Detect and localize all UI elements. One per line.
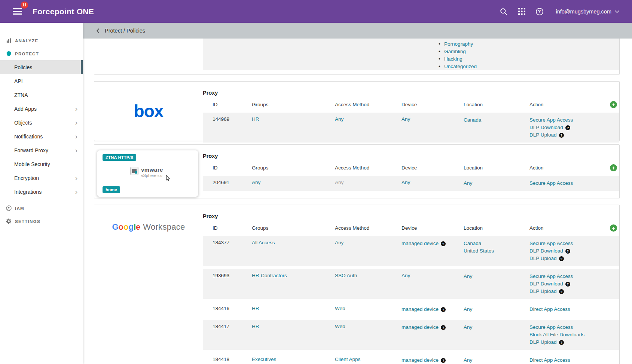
category-link[interactable]: Pornography xyxy=(444,41,473,47)
access-method-link[interactable]: Web xyxy=(335,324,345,329)
help-icon[interactable] xyxy=(559,340,564,345)
category-link[interactable]: Hacking xyxy=(444,56,462,62)
box-app-tile[interactable]: box xyxy=(94,82,203,141)
add-policy-button[interactable] xyxy=(610,164,617,171)
sidebar-section-protect[interactable]: PROTECT xyxy=(0,47,83,60)
action-link[interactable]: Secure App Access xyxy=(529,273,573,280)
action-link[interactable]: DLP Download xyxy=(529,124,563,131)
help-icon[interactable] xyxy=(441,307,446,312)
sidebar-item-ztna[interactable]: ZTNA xyxy=(0,88,83,102)
groups-link[interactable]: HR xyxy=(252,116,259,122)
account-menu-button[interactable]: info@mugsbymeg.com xyxy=(554,8,622,15)
help-icon[interactable] xyxy=(559,133,564,138)
proxy-section-title: Proxy xyxy=(203,90,619,96)
column-header-id: ID xyxy=(213,165,252,171)
location-link[interactable]: United States xyxy=(464,247,494,255)
device-link[interactable]: managed device xyxy=(402,306,439,313)
breadcrumb-bar: Protect / Policies xyxy=(83,23,632,39)
column-header-access-method: Access Method xyxy=(335,102,402,107)
help-icon[interactable] xyxy=(565,249,570,254)
sidebar-item-add-apps[interactable]: Add Apps xyxy=(0,102,83,116)
location-link[interactable]: Any xyxy=(464,306,472,313)
help-icon[interactable] xyxy=(559,256,564,261)
action-link[interactable]: DLP Upload xyxy=(529,339,557,346)
category-link[interactable]: Gambling xyxy=(444,49,466,54)
sidebar-item-policies[interactable]: Policies xyxy=(0,60,83,74)
groups-link[interactable]: Executives xyxy=(252,357,276,362)
vmware-app-tile[interactable]: ZTNA HTTP/S vmware vSphere 6.0 home xyxy=(97,150,198,197)
action-link[interactable]: Secure App Access xyxy=(529,116,573,124)
action-link[interactable]: Direct App Access xyxy=(529,357,570,364)
groups-link[interactable]: All Access xyxy=(252,240,275,245)
action-link[interactable]: DLP Download xyxy=(529,280,563,288)
location-link[interactable]: Any xyxy=(464,357,472,364)
add-policy-button[interactable] xyxy=(610,101,617,108)
category-link[interactable]: Uncategorized xyxy=(444,64,477,69)
action-link[interactable]: DLP Upload xyxy=(529,131,557,139)
policy-id: 184416 xyxy=(213,306,252,311)
add-policy-button[interactable] xyxy=(610,224,617,232)
access-method-link[interactable]: SSO Auth xyxy=(335,273,357,278)
device-link[interactable]: managed device xyxy=(402,240,439,247)
device-link[interactable]: managed device xyxy=(402,324,439,331)
location-link[interactable]: Any xyxy=(464,324,472,331)
sidebar-item-label: API xyxy=(14,78,23,84)
groups-link[interactable]: HR-Contractors xyxy=(252,273,287,278)
help-icon[interactable] xyxy=(565,125,570,130)
action-link[interactable]: DLP Upload xyxy=(529,255,557,262)
groups-link[interactable]: Any xyxy=(252,180,260,185)
location-link[interactable]: Any xyxy=(464,273,472,280)
sidebar-item-forward-proxy[interactable]: Forward Proxy xyxy=(0,143,83,157)
access-method-link[interactable]: Any xyxy=(335,240,344,245)
action-link[interactable]: Secure App Access xyxy=(529,324,573,331)
hamburger-icon xyxy=(13,8,22,15)
action-link[interactable]: Direct App Access xyxy=(529,306,570,313)
back-button[interactable] xyxy=(95,28,101,33)
help-button[interactable] xyxy=(536,8,543,15)
device-link[interactable]: managed device xyxy=(402,357,439,364)
access-method-link[interactable]: Any xyxy=(335,116,344,122)
location-link[interactable]: Any xyxy=(464,180,472,187)
groups-link[interactable]: HR xyxy=(252,324,259,329)
column-header-location: Location xyxy=(464,102,529,107)
device-link[interactable]: Any xyxy=(402,116,410,122)
sidebar-item-objects[interactable]: Objects xyxy=(0,116,83,129)
vsphere-icon xyxy=(130,167,138,175)
action-link[interactable]: DLP Upload xyxy=(529,288,557,295)
help-icon[interactable] xyxy=(559,289,564,294)
hamburger-menu-button[interactable]: 11 xyxy=(11,4,24,18)
device-link[interactable]: Any xyxy=(402,180,410,185)
help-icon[interactable] xyxy=(565,282,570,287)
sidebar-item-api[interactable]: API xyxy=(0,74,83,88)
sidebar-item-encryption[interactable]: Encryption xyxy=(0,171,83,185)
action-link[interactable]: Secure App Access xyxy=(529,180,573,187)
groups-link[interactable]: HR xyxy=(252,306,259,311)
column-header-location: Location xyxy=(464,165,529,171)
action-link[interactable]: Block All File Downloads xyxy=(529,331,584,339)
column-header-id: ID xyxy=(213,102,252,107)
sidebar-item-notifications[interactable]: Notifications xyxy=(0,129,83,143)
sidebar-section-iam[interactable]: IAM xyxy=(0,202,83,215)
help-icon[interactable] xyxy=(441,325,446,330)
sidebar-item-integrations[interactable]: Integrations xyxy=(0,185,83,199)
search-button[interactable] xyxy=(500,7,508,16)
breadcrumb[interactable]: Protect / Policies xyxy=(105,28,145,34)
access-method-link[interactable]: Client Apps xyxy=(335,357,360,362)
apps-grid-button[interactable] xyxy=(518,8,525,15)
table-row: 204691 Any Any Any Any Secure App Access xyxy=(203,176,619,191)
location-link[interactable]: Canada xyxy=(464,240,481,247)
action-link[interactable]: DLP Download xyxy=(529,247,563,255)
device-link[interactable]: Any xyxy=(402,273,410,278)
action-link[interactable]: Secure App Access xyxy=(529,240,573,247)
location-link[interactable]: Canada xyxy=(464,116,481,124)
google-logo-text: Google xyxy=(112,222,140,232)
google-app-tile[interactable]: GoogleWorkspace xyxy=(94,205,203,364)
access-method-link[interactable]: Web xyxy=(335,306,345,311)
sidebar-section-analyze[interactable]: ANALYZE xyxy=(0,34,83,47)
sidebar-item-mobile-security[interactable]: Mobile Security xyxy=(0,157,83,171)
help-icon[interactable] xyxy=(441,358,446,363)
column-header-device: Device xyxy=(402,165,464,171)
chevron-right-icon xyxy=(75,188,77,195)
sidebar-section-settings[interactable]: SETTINGS xyxy=(0,215,83,228)
help-icon[interactable] xyxy=(441,241,446,246)
